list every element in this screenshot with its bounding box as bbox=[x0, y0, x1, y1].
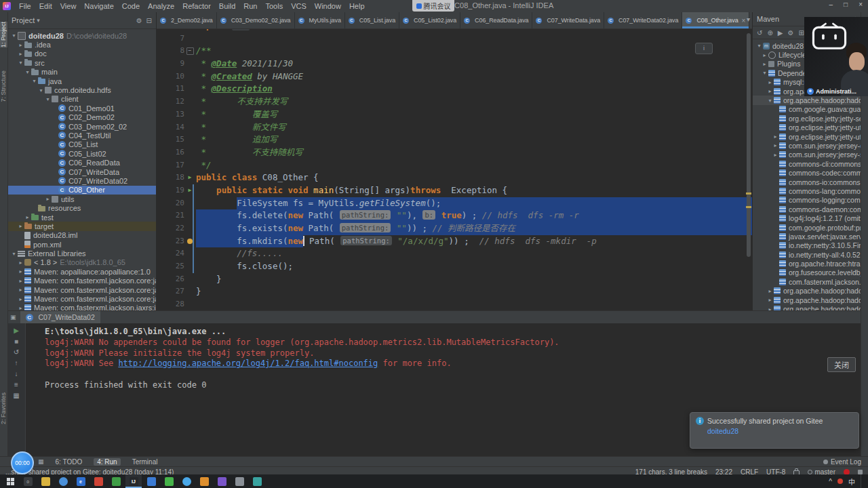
tree-item-org-fusesource-leveldbjn---[interactable]: org.fusesource.leveldbjn... bbox=[753, 268, 863, 277]
code-line-28[interactable]: 28 bbox=[157, 298, 752, 310]
close-icon[interactable]: × bbox=[859, 1, 863, 8]
menu-item-build[interactable]: Build bbox=[215, 1, 239, 11]
run-scroll-down-icon[interactable]: ↓ bbox=[15, 370, 18, 378]
tree-item-test[interactable]: ▸test bbox=[7, 213, 156, 222]
taskbar-intellij-icon[interactable]: IJ bbox=[125, 474, 142, 488]
tree-item-c04-testutil[interactable]: CC04_TestUtil bbox=[7, 131, 156, 140]
collapse-all-icon[interactable]: ⊟ bbox=[146, 17, 152, 24]
chevron-expanded-icon[interactable]: ▾ bbox=[10, 33, 18, 39]
tree-item-java[interactable]: ▾java bbox=[7, 77, 156, 85]
tree-item-pom-xml[interactable]: pom.xml bbox=[7, 240, 156, 249]
run-restart-icon[interactable]: ↺ bbox=[14, 348, 19, 356]
tree-item-org-apache-htrace-htrace---[interactable]: org.apache.htrace:htrace... bbox=[753, 259, 863, 268]
scrollbar-thumb[interactable] bbox=[747, 33, 751, 257]
editor[interactable]: 6import ...78−/**9 * @Date 2021/11/3010 … bbox=[157, 29, 752, 310]
tree-item-target[interactable]: ▸target bbox=[7, 222, 156, 230]
expand-all-icon[interactable]: ⊞ bbox=[798, 29, 804, 37]
tab-C06_ReadData.java[interactable]: CC06_ReadData.java bbox=[460, 12, 532, 28]
overlay-close-button[interactable]: 关闭 bbox=[827, 357, 856, 372]
console-link[interactable]: http://logging.apache.org/log4j/1.2/faq.… bbox=[118, 359, 378, 368]
tree-item-io-netty-netty-3-10-5-final---[interactable]: io.netty:netty:3.10.5.Final... bbox=[753, 241, 863, 250]
error-stripe-mark[interactable] bbox=[746, 206, 751, 208]
chevron-collapsed-icon[interactable]: ▸ bbox=[44, 196, 52, 202]
menu-item-edit[interactable]: Edit bbox=[35, 1, 56, 11]
code-line-7[interactable]: 7 bbox=[157, 33, 752, 45]
taskbar-search-icon[interactable]: ○ bbox=[20, 474, 36, 488]
chevron-expanded-icon[interactable]: ▾ bbox=[761, 70, 768, 76]
tree-item-commons-lang-common---[interactable]: commons-lang:common... bbox=[753, 186, 863, 195]
chevron-expanded-icon[interactable]: ▾ bbox=[17, 60, 24, 66]
tree-item-org-eclipse-jetty-jetty-util---[interactable]: org.eclipse.jetty:jetty-util... bbox=[753, 123, 863, 132]
code-line-10[interactable]: 10 * @Created by HANGGE bbox=[157, 70, 752, 83]
chevron-collapsed-icon[interactable]: ▸ bbox=[772, 142, 779, 148]
tab-C08_Other.java[interactable]: CC08_Other.java× bbox=[682, 12, 749, 28]
code-line-27[interactable]: 27} bbox=[157, 285, 752, 298]
run-gutter-icon[interactable]: ▶ bbox=[189, 171, 192, 184]
taskbar-explorer-icon[interactable] bbox=[37, 474, 54, 488]
tab-C05_List02.java[interactable]: CC05_List02.java bbox=[399, 12, 460, 28]
tree-item-doitedu28-iml[interactable]: doitedu28.iml bbox=[7, 231, 156, 240]
chevron-collapsed-icon[interactable]: ▸ bbox=[766, 79, 774, 85]
chevron-collapsed-icon[interactable]: ▸ bbox=[24, 214, 31, 220]
tree-item-commons-io-commons-io---[interactable]: commons-io:commons-io... bbox=[753, 178, 863, 186]
tree-item-com-sun-jersey-jersey-se---[interactable]: ▸com.sun.jersey:jersey-se... bbox=[753, 150, 863, 159]
chevron-collapsed-icon[interactable]: ▸ bbox=[772, 152, 779, 158]
code-line-26[interactable]: 26 } bbox=[157, 273, 752, 286]
tree-item-maven--com-fasterxml-jackson-core-jackson-co---[interactable]: ▸Maven: com.fasterxml.jackson.core:jacks… bbox=[7, 285, 156, 294]
tree-item-commons-logging-comm---[interactable]: commons-logging:comm... bbox=[753, 196, 863, 205]
run-configuration-icon[interactable]: ▶ bbox=[778, 29, 783, 37]
code-line-13[interactable]: 13 * 覆盖写 bbox=[157, 108, 752, 121]
tree-item-com-fasterxml-jackson-co---[interactable]: com.fasterxml.jackson.co... bbox=[753, 277, 863, 286]
tree-item-c05-list02[interactable]: CC05_List02 bbox=[7, 149, 156, 158]
tree-item-main[interactable]: ▾main bbox=[7, 68, 156, 77]
taskbar-app-purple-icon[interactable] bbox=[214, 474, 230, 488]
tab-C05_List.java[interactable]: CC05_List.java bbox=[345, 12, 399, 28]
tree-item-com-google-guava-guava---[interactable]: com.google.guava:guava... bbox=[753, 105, 863, 114]
tool-window-button-terminal[interactable]: Terminal bbox=[129, 458, 161, 466]
menu-item-tools[interactable]: Tools bbox=[261, 1, 287, 11]
tree-item-resources[interactable]: resources bbox=[7, 203, 156, 212]
tree-item-com-sun-jersey-jersey-co---[interactable]: ▸com.sun.jersey:jersey-co... bbox=[753, 141, 863, 150]
menu-item-analyze[interactable]: Analyze bbox=[144, 1, 178, 11]
tool-button-project[interactable]: 1: Project bbox=[0, 22, 7, 47]
taskbar-app-gray-icon[interactable] bbox=[231, 474, 248, 488]
bookmark-dot-icon[interactable] bbox=[187, 239, 193, 244]
taskbar-app-blue-icon[interactable] bbox=[143, 474, 159, 488]
tab-2_Demo02.java[interactable]: C2_Demo02.java bbox=[157, 12, 217, 28]
run-tab[interactable]: C C07_WriteData02 bbox=[20, 311, 100, 323]
code-line-15[interactable]: 15 * 追加写 bbox=[157, 134, 752, 146]
error-stripe-mark[interactable] bbox=[746, 192, 751, 195]
code-line-23[interactable]: 23 fs.mkdirs(new Path( pathString: "/a/x… bbox=[157, 235, 752, 248]
menu-item-vcs[interactable]: VCS bbox=[287, 1, 311, 11]
chevron-collapsed-icon[interactable]: ▸ bbox=[17, 223, 24, 229]
tree-item-c07-writedata[interactable]: CC07_WriteData bbox=[7, 167, 156, 176]
chevron-expanded-icon[interactable]: ▾ bbox=[755, 43, 763, 49]
tree-item-com-doitedu-hdfs[interactable]: ▾com.doitedu.hdfs bbox=[7, 85, 156, 94]
tab-C07_WriteData.java[interactable]: CC07_WriteData.java bbox=[532, 12, 604, 28]
tree-item-c06-readdata[interactable]: CC06_ReadData bbox=[7, 158, 156, 167]
tree-item-log4j-log4j-1-2-17--omitte---[interactable]: log4j:log4j:1.2.17 (omitte... bbox=[753, 214, 863, 222]
chevron-collapsed-icon[interactable]: ▸ bbox=[17, 51, 24, 57]
recording-timer[interactable]: 00:00 bbox=[11, 451, 34, 474]
run-gutter-icon[interactable]: ▶ bbox=[189, 184, 192, 197]
settings-icon[interactable]: ⚙ bbox=[136, 17, 142, 24]
notification-balloon[interactable]: i Successfully shared project on Gitee d… bbox=[690, 412, 859, 449]
tree-item--idea[interactable]: ▸.idea bbox=[7, 40, 156, 49]
chevron-collapsed-icon[interactable]: ▸ bbox=[766, 297, 774, 303]
chevron-collapsed-icon[interactable]: ▸ bbox=[17, 268, 24, 274]
run-rerun-icon[interactable]: ▶ bbox=[14, 327, 19, 334]
start-button[interactable] bbox=[2, 474, 18, 488]
taskbar-app-orange-icon[interactable] bbox=[196, 474, 212, 488]
taskbar-wechat-icon[interactable] bbox=[161, 474, 177, 488]
tree-item-doc[interactable]: ▸doc bbox=[7, 49, 156, 58]
code-line-12[interactable]: 12 * 不支持并发写 bbox=[157, 96, 752, 108]
menu-item-help[interactable]: Help bbox=[345, 1, 369, 11]
chevron-collapsed-icon[interactable]: ▸ bbox=[766, 288, 774, 294]
chevron-collapsed-icon[interactable]: ▸ bbox=[766, 88, 774, 94]
menu-item-run[interactable]: Run bbox=[239, 1, 261, 11]
chevron-expanded-icon[interactable]: ▾ bbox=[44, 96, 52, 102]
chevron-expanded-icon[interactable]: ▾ bbox=[31, 78, 38, 84]
project-panel-title[interactable]: Project bbox=[12, 16, 35, 24]
code-line-21[interactable]: 21 fs.delete(new Path( pathString: ""), … bbox=[157, 209, 752, 222]
chevron-expanded-icon[interactable]: ▾ bbox=[37, 87, 45, 94]
